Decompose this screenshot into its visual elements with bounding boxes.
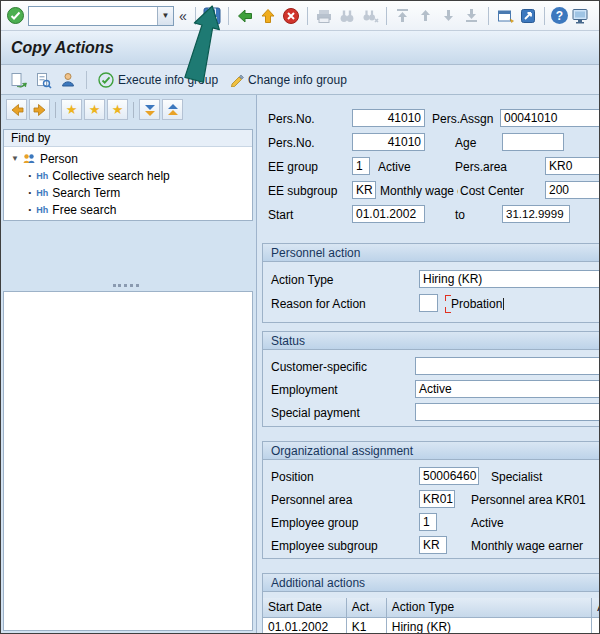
pers-area-field[interactable]: KR0 (545, 157, 599, 175)
end-date-field[interactable]: 31.12.9999 (502, 205, 570, 223)
navigation-toolbar: ★ ★ ★ (6, 99, 183, 120)
sort-ascending-icon[interactable] (162, 99, 183, 120)
save-icon[interactable] (202, 6, 222, 26)
ee-subgroup-text: Monthly wage ear (380, 184, 458, 198)
employee-group-text: Active (471, 516, 504, 530)
favorites-list-icon[interactable]: ★ (107, 99, 128, 120)
nav-back-icon[interactable] (6, 99, 27, 120)
column-header-act[interactable]: Act. (347, 598, 387, 618)
header-row-4: EE subgroup KR Monthly wage ear Cost Cen… (258, 181, 599, 201)
employment-field[interactable]: Active (415, 380, 599, 398)
tree-node-label: Person (40, 152, 78, 166)
position-field[interactable]: 50006460 (419, 467, 479, 485)
age-field[interactable] (502, 133, 564, 151)
personnel-area-field[interactable]: KR01 (419, 490, 455, 508)
execute-info-group-button[interactable]: Execute info group (95, 70, 221, 90)
customer-specific-field[interactable] (415, 357, 599, 375)
form-panel: Pers.No. 41010 Pers.Assgn 00041010 Pers.… (258, 95, 599, 633)
execute-info-group-label: Execute info group (118, 73, 218, 87)
text-caret (503, 298, 504, 310)
employee-group-field[interactable]: 1 (419, 513, 437, 531)
find-next-icon[interactable] (360, 6, 380, 26)
field-label: Age (455, 136, 476, 150)
collapse-icon[interactable]: « (177, 8, 189, 24)
column-header-start-date[interactable]: Start Date (263, 598, 347, 618)
tree-item-label: Free search (52, 203, 116, 217)
page-down-icon[interactable] (439, 6, 459, 26)
sap-window: ▼ « (0, 0, 600, 634)
exit-icon[interactable] (258, 6, 278, 26)
nav-forward-icon[interactable] (29, 99, 50, 120)
cell-act: K1 (347, 618, 387, 633)
command-dropdown-icon[interactable]: ▼ (157, 7, 173, 25)
change-info-group-button[interactable]: Change info group (226, 70, 350, 89)
employee-subgroup-field[interactable]: KR (419, 536, 447, 554)
persassgn-field[interactable]: 00041010 (500, 109, 599, 127)
reason-for-action-field[interactable] (419, 294, 438, 312)
column-header-a[interactable]: A (592, 598, 599, 618)
field-label: EE group (268, 160, 318, 174)
last-page-icon[interactable] (462, 6, 482, 26)
section-organizational-assignment: Organizational assignment Position 50006… (262, 441, 599, 559)
reason-text: Probation (451, 297, 502, 311)
copy-document-icon[interactable] (8, 70, 28, 90)
splitter-handle[interactable] (113, 284, 139, 287)
cost-center-field[interactable]: 200 (545, 181, 599, 199)
section-status: Status Customer-specific Employment Acti… (262, 331, 599, 427)
field-label: Employee subgroup (271, 539, 378, 553)
section-title: Organizational assignment (263, 442, 599, 460)
tree-node-person[interactable]: ▼ Person (4, 150, 252, 167)
command-field-wrap: ▼ (28, 6, 174, 26)
enter-icon[interactable] (5, 6, 25, 26)
help-icon[interactable]: ? (551, 7, 568, 24)
action-type-field[interactable]: Hiring (KR) (419, 270, 599, 288)
print-icon[interactable] (314, 6, 334, 26)
reason-text-wrap: Probation (451, 297, 504, 311)
new-session-icon[interactable] (495, 6, 515, 26)
special-payment-field[interactable] (415, 403, 599, 421)
favorites-icon[interactable]: ★ (84, 99, 105, 120)
persno-field[interactable]: 41010 (352, 109, 425, 127)
section-personnel-action: Personnel action Action Type Hiring (KR)… (262, 243, 599, 323)
create-shortcut-icon[interactable] (518, 6, 538, 26)
ee-group-field[interactable]: 1 (352, 157, 370, 175)
field-label: Pers.No. (268, 112, 315, 126)
toolbar-separator (386, 7, 387, 25)
toolbar-separator (307, 7, 308, 25)
tree-item-free-search[interactable]: · Hh Free search (4, 201, 252, 218)
display-document-icon[interactable] (33, 70, 53, 90)
page-up-icon[interactable] (416, 6, 436, 26)
first-page-icon[interactable] (393, 6, 413, 26)
tree-item-search-term[interactable]: · Hh Search Term (4, 184, 252, 201)
add-favorite-icon[interactable]: ★ (61, 99, 82, 120)
section-title: Personnel action (263, 244, 599, 262)
tree-item-collective-search-help[interactable]: · Hh Collective search help (4, 167, 252, 184)
search-help-icon: Hh (36, 188, 48, 198)
header-row-1: Pers.No. 41010 Pers.Assgn 00041010 (258, 109, 599, 129)
table-row[interactable]: 01.01.2002 K1 Hiring (KR) (263, 618, 599, 633)
field-label: Special payment (271, 406, 360, 420)
cell-action-type: Hiring (KR) (387, 618, 593, 633)
field-label: Reason for Action (271, 297, 366, 311)
person-search-icon[interactable] (58, 70, 78, 90)
toolbar-separator (195, 7, 196, 25)
tree-item-label: Collective search help (52, 169, 169, 183)
persno2-field[interactable]: 41010 (352, 133, 425, 151)
start-date-field[interactable]: 01.01.2002 (352, 205, 425, 223)
cancel-icon[interactable] (281, 6, 301, 26)
expander-icon[interactable]: ▼ (11, 154, 19, 163)
find-icon[interactable] (337, 6, 357, 26)
sort-descending-icon[interactable] (139, 99, 160, 120)
search-help-icon: Hh (36, 205, 48, 215)
customize-layout-icon[interactable] (571, 6, 591, 26)
toolbar-separator (228, 7, 229, 25)
field-label: Cost Center (460, 184, 524, 198)
ee-subgroup-field[interactable]: KR (352, 181, 376, 199)
command-field[interactable] (29, 7, 157, 25)
field-label: Employee group (271, 516, 358, 530)
column-header-action-type[interactable]: Action Type (387, 598, 593, 618)
toolbar-separator (133, 102, 134, 118)
tree-item-label: Search Term (52, 186, 120, 200)
back-icon[interactable] (235, 6, 255, 26)
employee-subgroup-text: Monthly wage earner (471, 539, 583, 553)
